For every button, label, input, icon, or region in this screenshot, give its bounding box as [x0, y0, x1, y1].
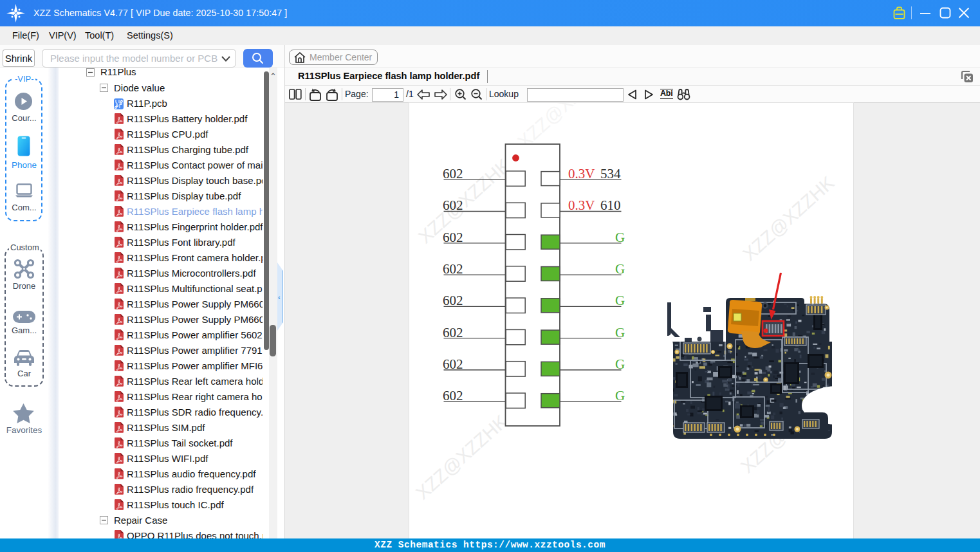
svg-text:602: 602: [443, 293, 463, 308]
svg-text:XZZ@XZZHK: XZZ@XZZHK: [414, 154, 514, 247]
svg-text:G: G: [615, 356, 625, 372]
svg-text:602: 602: [443, 230, 463, 245]
svg-text:610: 610: [600, 198, 621, 213]
svg-text:602: 602: [443, 166, 463, 181]
svg-text:0.3V: 0.3V: [568, 198, 595, 213]
svg-text:XZZ@XZZHK: XZZ@XZZHK: [739, 172, 838, 264]
svg-text:G: G: [615, 230, 625, 245]
svg-text:G: G: [615, 325, 625, 340]
svg-text:602: 602: [443, 325, 463, 340]
svg-text:602: 602: [443, 356, 463, 372]
svg-text:602: 602: [443, 198, 463, 213]
svg-text:602: 602: [443, 261, 463, 277]
svg-text:XZZ@XZZHK: XZZ@XZZHK: [412, 410, 512, 503]
svg-text:G: G: [615, 388, 625, 403]
svg-text:0.3V: 0.3V: [568, 166, 595, 181]
svg-text:G: G: [615, 293, 625, 308]
svg-text:534: 534: [600, 166, 621, 181]
svg-text:602: 602: [443, 388, 463, 403]
svg-text:G: G: [615, 261, 625, 277]
